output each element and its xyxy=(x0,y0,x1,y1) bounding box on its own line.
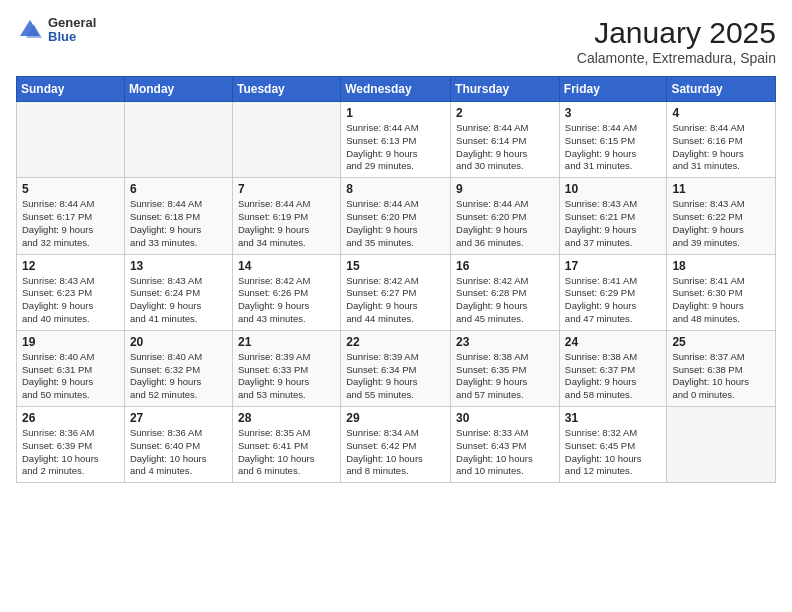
page-header: General Blue January 2025 Calamonte, Ext… xyxy=(16,16,776,66)
day-info: Sunrise: 8:39 AMSunset: 6:33 PMDaylight:… xyxy=(238,351,335,402)
day-info: Sunrise: 8:43 AMSunset: 6:22 PMDaylight:… xyxy=(672,198,770,249)
day-info: Sunrise: 8:36 AMSunset: 6:39 PMDaylight:… xyxy=(22,427,119,478)
day-number: 15 xyxy=(346,259,445,273)
day-number: 1 xyxy=(346,106,445,120)
day-info: Sunrise: 8:42 AMSunset: 6:26 PMDaylight:… xyxy=(238,275,335,326)
calendar-location: Calamonte, Extremadura, Spain xyxy=(577,50,776,66)
calendar-cell: 28Sunrise: 8:35 AMSunset: 6:41 PMDayligh… xyxy=(232,407,340,483)
day-info: Sunrise: 8:44 AMSunset: 6:18 PMDaylight:… xyxy=(130,198,227,249)
day-info: Sunrise: 8:32 AMSunset: 6:45 PMDaylight:… xyxy=(565,427,662,478)
calendar-cell: 3Sunrise: 8:44 AMSunset: 6:15 PMDaylight… xyxy=(559,102,667,178)
calendar-title: January 2025 xyxy=(577,16,776,50)
calendar-cell xyxy=(124,102,232,178)
calendar-cell: 26Sunrise: 8:36 AMSunset: 6:39 PMDayligh… xyxy=(17,407,125,483)
calendar-cell: 13Sunrise: 8:43 AMSunset: 6:24 PMDayligh… xyxy=(124,254,232,330)
calendar-row-2: 5Sunrise: 8:44 AMSunset: 6:17 PMDaylight… xyxy=(17,178,776,254)
day-info: Sunrise: 8:34 AMSunset: 6:42 PMDaylight:… xyxy=(346,427,445,478)
day-number: 4 xyxy=(672,106,770,120)
calendar-cell: 2Sunrise: 8:44 AMSunset: 6:14 PMDaylight… xyxy=(451,102,560,178)
day-number: 17 xyxy=(565,259,662,273)
day-number: 31 xyxy=(565,411,662,425)
calendar-cell: 24Sunrise: 8:38 AMSunset: 6:37 PMDayligh… xyxy=(559,330,667,406)
calendar-cell: 21Sunrise: 8:39 AMSunset: 6:33 PMDayligh… xyxy=(232,330,340,406)
calendar-cell: 31Sunrise: 8:32 AMSunset: 6:45 PMDayligh… xyxy=(559,407,667,483)
calendar-cell: 19Sunrise: 8:40 AMSunset: 6:31 PMDayligh… xyxy=(17,330,125,406)
day-number: 10 xyxy=(565,182,662,196)
day-info: Sunrise: 8:35 AMSunset: 6:41 PMDaylight:… xyxy=(238,427,335,478)
calendar-cell xyxy=(232,102,340,178)
day-info: Sunrise: 8:40 AMSunset: 6:32 PMDaylight:… xyxy=(130,351,227,402)
day-info: Sunrise: 8:38 AMSunset: 6:37 PMDaylight:… xyxy=(565,351,662,402)
day-number: 9 xyxy=(456,182,554,196)
day-info: Sunrise: 8:44 AMSunset: 6:20 PMDaylight:… xyxy=(346,198,445,249)
day-info: Sunrise: 8:44 AMSunset: 6:14 PMDaylight:… xyxy=(456,122,554,173)
day-info: Sunrise: 8:37 AMSunset: 6:38 PMDaylight:… xyxy=(672,351,770,402)
day-info: Sunrise: 8:41 AMSunset: 6:29 PMDaylight:… xyxy=(565,275,662,326)
calendar-cell: 7Sunrise: 8:44 AMSunset: 6:19 PMDaylight… xyxy=(232,178,340,254)
calendar-cell xyxy=(667,407,776,483)
logo: General Blue xyxy=(16,16,96,45)
calendar-cell: 23Sunrise: 8:38 AMSunset: 6:35 PMDayligh… xyxy=(451,330,560,406)
calendar-cell: 20Sunrise: 8:40 AMSunset: 6:32 PMDayligh… xyxy=(124,330,232,406)
calendar-cell: 16Sunrise: 8:42 AMSunset: 6:28 PMDayligh… xyxy=(451,254,560,330)
day-number: 24 xyxy=(565,335,662,349)
title-block: January 2025 Calamonte, Extremadura, Spa… xyxy=(577,16,776,66)
day-number: 28 xyxy=(238,411,335,425)
calendar-cell: 11Sunrise: 8:43 AMSunset: 6:22 PMDayligh… xyxy=(667,178,776,254)
calendar-row-5: 26Sunrise: 8:36 AMSunset: 6:39 PMDayligh… xyxy=(17,407,776,483)
calendar-cell: 9Sunrise: 8:44 AMSunset: 6:20 PMDaylight… xyxy=(451,178,560,254)
calendar-cell: 22Sunrise: 8:39 AMSunset: 6:34 PMDayligh… xyxy=(341,330,451,406)
day-number: 18 xyxy=(672,259,770,273)
day-number: 5 xyxy=(22,182,119,196)
calendar-cell: 10Sunrise: 8:43 AMSunset: 6:21 PMDayligh… xyxy=(559,178,667,254)
calendar-cell: 17Sunrise: 8:41 AMSunset: 6:29 PMDayligh… xyxy=(559,254,667,330)
day-number: 30 xyxy=(456,411,554,425)
calendar-header-row: Sunday Monday Tuesday Wednesday Thursday… xyxy=(17,77,776,102)
calendar-cell: 12Sunrise: 8:43 AMSunset: 6:23 PMDayligh… xyxy=(17,254,125,330)
day-info: Sunrise: 8:43 AMSunset: 6:21 PMDaylight:… xyxy=(565,198,662,249)
day-info: Sunrise: 8:36 AMSunset: 6:40 PMDaylight:… xyxy=(130,427,227,478)
day-info: Sunrise: 8:39 AMSunset: 6:34 PMDaylight:… xyxy=(346,351,445,402)
calendar-table: Sunday Monday Tuesday Wednesday Thursday… xyxy=(16,76,776,483)
calendar-cell: 8Sunrise: 8:44 AMSunset: 6:20 PMDaylight… xyxy=(341,178,451,254)
day-info: Sunrise: 8:38 AMSunset: 6:35 PMDaylight:… xyxy=(456,351,554,402)
logo-general-text: General xyxy=(48,16,96,30)
day-number: 11 xyxy=(672,182,770,196)
day-info: Sunrise: 8:41 AMSunset: 6:30 PMDaylight:… xyxy=(672,275,770,326)
day-info: Sunrise: 8:42 AMSunset: 6:28 PMDaylight:… xyxy=(456,275,554,326)
day-number: 25 xyxy=(672,335,770,349)
day-number: 27 xyxy=(130,411,227,425)
day-number: 3 xyxy=(565,106,662,120)
calendar-row-4: 19Sunrise: 8:40 AMSunset: 6:31 PMDayligh… xyxy=(17,330,776,406)
day-number: 22 xyxy=(346,335,445,349)
calendar-cell: 30Sunrise: 8:33 AMSunset: 6:43 PMDayligh… xyxy=(451,407,560,483)
day-info: Sunrise: 8:44 AMSunset: 6:20 PMDaylight:… xyxy=(456,198,554,249)
day-number: 8 xyxy=(346,182,445,196)
header-wednesday: Wednesday xyxy=(341,77,451,102)
calendar-cell: 5Sunrise: 8:44 AMSunset: 6:17 PMDaylight… xyxy=(17,178,125,254)
calendar-row-3: 12Sunrise: 8:43 AMSunset: 6:23 PMDayligh… xyxy=(17,254,776,330)
day-info: Sunrise: 8:40 AMSunset: 6:31 PMDaylight:… xyxy=(22,351,119,402)
day-info: Sunrise: 8:42 AMSunset: 6:27 PMDaylight:… xyxy=(346,275,445,326)
day-number: 29 xyxy=(346,411,445,425)
day-number: 20 xyxy=(130,335,227,349)
calendar-cell: 18Sunrise: 8:41 AMSunset: 6:30 PMDayligh… xyxy=(667,254,776,330)
day-info: Sunrise: 8:44 AMSunset: 6:15 PMDaylight:… xyxy=(565,122,662,173)
header-thursday: Thursday xyxy=(451,77,560,102)
day-info: Sunrise: 8:33 AMSunset: 6:43 PMDaylight:… xyxy=(456,427,554,478)
day-number: 6 xyxy=(130,182,227,196)
calendar-cell: 1Sunrise: 8:44 AMSunset: 6:13 PMDaylight… xyxy=(341,102,451,178)
day-number: 13 xyxy=(130,259,227,273)
calendar-cell: 14Sunrise: 8:42 AMSunset: 6:26 PMDayligh… xyxy=(232,254,340,330)
calendar-row-1: 1Sunrise: 8:44 AMSunset: 6:13 PMDaylight… xyxy=(17,102,776,178)
day-info: Sunrise: 8:44 AMSunset: 6:13 PMDaylight:… xyxy=(346,122,445,173)
calendar-cell: 27Sunrise: 8:36 AMSunset: 6:40 PMDayligh… xyxy=(124,407,232,483)
calendar-cell: 15Sunrise: 8:42 AMSunset: 6:27 PMDayligh… xyxy=(341,254,451,330)
day-info: Sunrise: 8:43 AMSunset: 6:23 PMDaylight:… xyxy=(22,275,119,326)
day-number: 14 xyxy=(238,259,335,273)
calendar-cell xyxy=(17,102,125,178)
day-info: Sunrise: 8:43 AMSunset: 6:24 PMDaylight:… xyxy=(130,275,227,326)
header-saturday: Saturday xyxy=(667,77,776,102)
day-number: 26 xyxy=(22,411,119,425)
calendar-cell: 29Sunrise: 8:34 AMSunset: 6:42 PMDayligh… xyxy=(341,407,451,483)
